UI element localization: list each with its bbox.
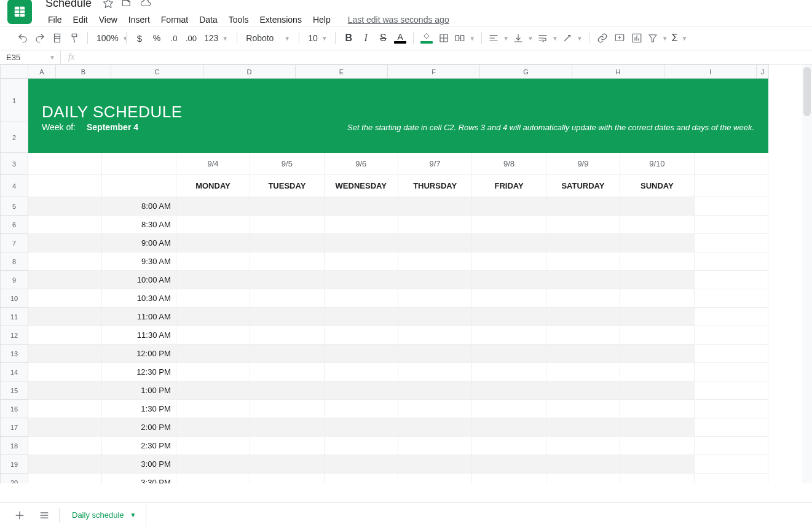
cell[interactable] (28, 289, 102, 308)
column-header[interactable]: F (388, 65, 480, 79)
cell[interactable] (324, 252, 398, 271)
cell[interactable] (102, 175, 176, 197)
menu-tools[interactable]: Tools (224, 12, 254, 27)
cell[interactable] (28, 216, 102, 234)
time-cell[interactable]: 12:00 PM (102, 345, 176, 363)
cell[interactable] (546, 400, 620, 418)
cell[interactable] (324, 234, 398, 252)
cell[interactable] (250, 326, 324, 345)
zoom-dropdown[interactable]: 100%▼ (93, 30, 121, 46)
cell[interactable] (324, 381, 398, 400)
date-cell[interactable]: 9/9 (546, 153, 620, 175)
cell[interactable] (28, 175, 102, 197)
column-header[interactable]: G (480, 65, 572, 79)
font-family-dropdown[interactable]: Roboto▼ (242, 30, 294, 46)
cell[interactable] (472, 381, 546, 400)
cell[interactable] (250, 216, 324, 234)
borders-button[interactable] (436, 30, 452, 46)
cell[interactable] (324, 345, 398, 363)
cell[interactable] (620, 308, 694, 326)
cell[interactable] (620, 455, 694, 474)
italic-button[interactable]: I (358, 30, 374, 46)
menu-format[interactable]: Format (156, 12, 193, 27)
cell[interactable] (176, 289, 250, 308)
cell[interactable] (546, 437, 620, 455)
cell[interactable]: DAILY SCHEDULE (28, 79, 768, 122)
column-header[interactable]: A (28, 65, 56, 79)
cell[interactable] (546, 234, 620, 252)
increase-decimal-button[interactable]: .00 (183, 30, 199, 46)
date-cell[interactable]: 9/10 (620, 153, 694, 175)
column-header[interactable]: C (111, 65, 203, 79)
cell[interactable] (472, 418, 546, 437)
time-cell[interactable]: 1:30 PM (102, 400, 176, 418)
row-header[interactable]: 11 (1, 308, 28, 326)
cell[interactable] (546, 197, 620, 216)
cell[interactable] (176, 252, 250, 271)
cell[interactable] (250, 437, 324, 455)
paint-format-button[interactable] (66, 30, 82, 46)
day-cell[interactable]: MONDAY (176, 175, 250, 197)
cell[interactable] (472, 289, 546, 308)
menu-file[interactable]: File (43, 12, 67, 27)
time-cell[interactable]: 10:00 AM (102, 271, 176, 289)
cell[interactable] (546, 289, 620, 308)
cell[interactable] (176, 326, 250, 345)
fill-color-button[interactable] (419, 30, 435, 46)
sheet-tab-daily-schedule[interactable]: Daily schedule▼ (62, 504, 146, 526)
row-header[interactable]: 5 (1, 197, 28, 216)
column-header[interactable]: J (757, 65, 769, 79)
row-header[interactable]: 16 (1, 400, 28, 418)
cell[interactable] (176, 455, 250, 474)
cell[interactable] (28, 455, 102, 474)
time-cell[interactable]: 10:30 AM (102, 289, 176, 308)
cell[interactable] (176, 197, 250, 216)
cell[interactable] (694, 400, 768, 418)
cell[interactable] (472, 216, 546, 234)
redo-button[interactable] (32, 30, 48, 46)
cell[interactable] (546, 455, 620, 474)
cell[interactable] (620, 363, 694, 381)
cell[interactable] (250, 252, 324, 271)
column-header[interactable]: H (572, 65, 664, 79)
cell[interactable] (324, 455, 398, 474)
row-header[interactable]: 9 (1, 271, 28, 289)
text-wrap-dropdown[interactable]: ▼ (536, 30, 559, 46)
cell[interactable] (28, 252, 102, 271)
cell[interactable] (324, 363, 398, 381)
time-cell[interactable]: 3:00 PM (102, 455, 176, 474)
row-header[interactable]: 10 (1, 289, 28, 308)
name-box[interactable]: E35▼ (0, 50, 60, 64)
cell[interactable] (324, 326, 398, 345)
cell[interactable] (176, 308, 250, 326)
cell[interactable] (28, 474, 102, 484)
cell[interactable] (28, 381, 102, 400)
column-header[interactable]: I (664, 65, 757, 79)
cell[interactable] (324, 271, 398, 289)
cell[interactable] (546, 308, 620, 326)
cell[interactable] (472, 252, 546, 271)
print-button[interactable] (49, 30, 65, 46)
cell[interactable] (250, 308, 324, 326)
undo-button[interactable] (15, 30, 31, 46)
text-rotation-dropdown[interactable]: ▼ (561, 30, 584, 46)
time-cell[interactable]: 11:00 AM (102, 308, 176, 326)
time-cell[interactable]: 11:30 AM (102, 326, 176, 345)
cell[interactable] (620, 234, 694, 252)
cell[interactable] (472, 271, 546, 289)
document-title[interactable]: Schedule (42, 0, 95, 11)
day-cell[interactable]: FRIDAY (472, 175, 546, 197)
cell[interactable] (398, 308, 471, 326)
column-header[interactable]: D (203, 65, 296, 79)
date-cell[interactable]: 9/7 (398, 153, 471, 175)
cell[interactable] (620, 252, 694, 271)
cell[interactable] (250, 455, 324, 474)
cell[interactable] (694, 234, 768, 252)
date-cell[interactable]: 9/8 (472, 153, 546, 175)
cell[interactable] (28, 363, 102, 381)
row-header[interactable]: 18 (1, 437, 28, 455)
percent-button[interactable]: % (149, 30, 165, 46)
cell[interactable] (324, 308, 398, 326)
cell[interactable] (176, 271, 250, 289)
menu-data[interactable]: Data (194, 12, 223, 27)
